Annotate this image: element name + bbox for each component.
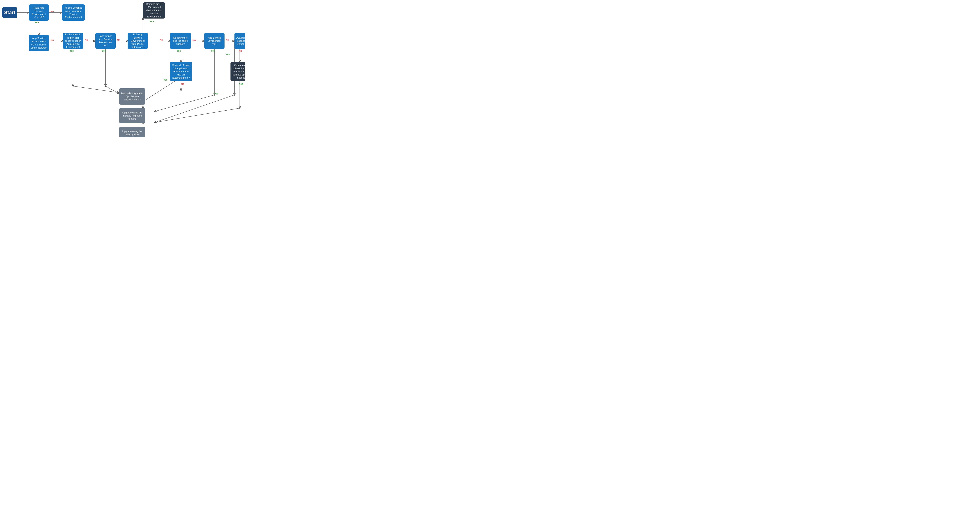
label-no-n4-n5: No: [85, 39, 88, 41]
node-ase-v1: App Service Environment v1?: [204, 33, 224, 49]
label-no-n10-down: No: [239, 49, 242, 52]
node-remove-ip-ssl: Remove the IP SSL from all sites in the …: [143, 2, 165, 19]
label-yes-n10: Yes: [226, 53, 230, 56]
svg-line-26: [154, 108, 240, 122]
node-manually-upgrade: Manually upgrade to App Service Environm…: [119, 88, 145, 105]
label-yes-n8-down: Yes: [177, 49, 181, 52]
label-no-n1-n2: No: [51, 10, 54, 13]
label-yes-n12-n14: Yes: [239, 83, 243, 85]
svg-line-19: [73, 86, 119, 93]
label-yes-n1-n3: Yes: [35, 21, 39, 23]
svg-line-20: [105, 86, 119, 94]
node-ase-region: App Service Environment in region that d…: [63, 33, 83, 49]
diagram-container: Start Have App Service Environment v1 or…: [0, 0, 245, 137]
node-same-subnet: Need/want to use the same subnet?: [170, 33, 191, 49]
label-no-n3-n4: No: [51, 39, 54, 41]
node-have-ase: Have App Service Environment v1 or v2?: [29, 5, 49, 21]
node-allset: All set! Continue using your App Service…: [62, 5, 85, 21]
node-ase-v1-classic: App Service Environment v1 in a classic …: [29, 35, 49, 51]
node-available-subnet: Available empty subnet in your Virtual n…: [234, 33, 245, 49]
node-sidebyside-migration: Upgrade using the side by side migration…: [119, 127, 145, 137]
label-no-n11: No: [181, 83, 185, 85]
node-inplace-migration: Upgrade using the in-place migration fea…: [119, 108, 145, 123]
label-no-n6-n8: No: [160, 39, 163, 41]
node-zone-pinned: Zone pinned App Service Environment v2?: [95, 33, 116, 49]
label-yes-n9-down: Yes: [211, 49, 215, 52]
label-yes-n7: Yes: [150, 20, 154, 22]
svg-line-24: [154, 95, 215, 111]
label-yes-n5-down: Yes: [102, 49, 106, 52]
node-elb-ase: ELB App Service Environment with IP SSL …: [127, 33, 148, 49]
label-no-n5-n6: No: [117, 39, 120, 41]
label-yes-n11: Yes: [163, 78, 167, 81]
node-support-downtime: Support ~1 hour of application downtime …: [170, 62, 192, 81]
label-no-n9-n10: No: [226, 39, 229, 41]
label-yes-n4-down: Yes: [70, 49, 74, 52]
svg-line-25: [154, 95, 234, 122]
label-no-n8-n9: No: [192, 39, 196, 41]
label-yes-n12: Yes: [214, 92, 218, 95]
start-node: Start: [2, 7, 17, 18]
node-create-subnet: Create a new subnet. Increase Virtual Ne…: [231, 62, 245, 81]
